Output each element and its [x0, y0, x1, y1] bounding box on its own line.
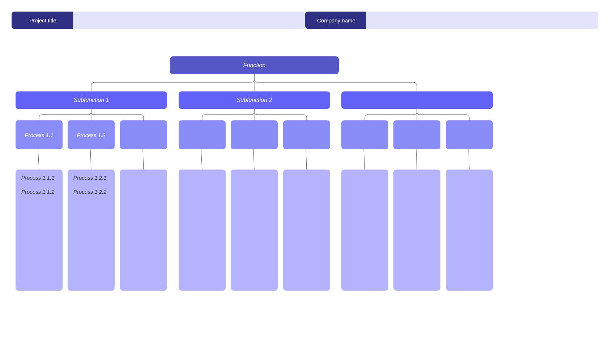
subprocess-col-9[interactable] [446, 170, 493, 291]
process-2-3[interactable] [283, 120, 330, 149]
subprocess-item: Process 1.2.1 [73, 175, 107, 181]
subprocess-col-6[interactable] [283, 170, 330, 291]
subprocess-col-7[interactable] [341, 170, 388, 291]
subfunction-1[interactable]: Subfunction 1 [16, 91, 167, 109]
process-3-3[interactable] [446, 120, 493, 149]
function-root[interactable]: Function [170, 56, 339, 74]
subprocess-item: Process 1.1.1 [21, 175, 55, 181]
process-2-1[interactable] [179, 120, 226, 149]
subfunction-3[interactable] [341, 91, 493, 109]
diagram-canvas: Function Subfunction 1 Subfunction 2 Pro… [0, 0, 610, 364]
process-1-1[interactable]: Process 1.1 [16, 120, 63, 149]
process-1-3[interactable] [120, 120, 167, 149]
process-3-1[interactable] [341, 120, 388, 149]
subprocess-col-8[interactable] [393, 170, 440, 291]
subprocess-col-4[interactable] [179, 170, 226, 291]
subprocess-item: Process 1.2.2 [73, 189, 107, 195]
subfunction-2[interactable]: Subfunction 2 [179, 91, 330, 109]
subprocess-col-1[interactable]: Process 1.1.1 Process 1.1.2 [16, 170, 63, 291]
process-2-2[interactable] [231, 120, 278, 149]
subprocess-col-3[interactable] [120, 170, 167, 291]
subprocess-item: Process 1.1.2 [21, 189, 55, 195]
subprocess-col-5[interactable] [231, 170, 278, 291]
subprocess-col-2[interactable]: Process 1.2.1 Process 1.2.2 [68, 170, 115, 291]
process-3-2[interactable] [393, 120, 440, 149]
process-1-2[interactable]: Process 1.2 [68, 120, 115, 149]
